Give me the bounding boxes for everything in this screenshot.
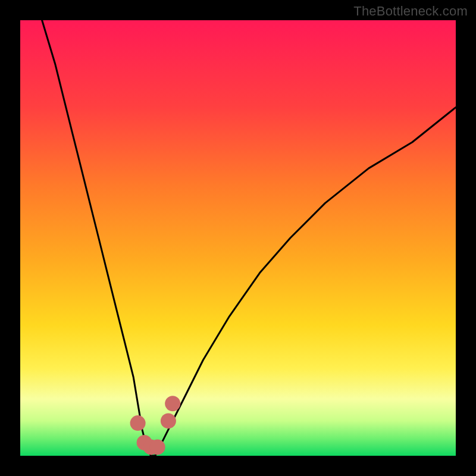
plot-background — [20, 20, 456, 456]
bottleneck-chart — [0, 0, 476, 476]
right-foot-marker — [150, 439, 165, 455]
right-arm-marker — [161, 413, 176, 428]
chart-stage: TheBottleneck.com — [0, 0, 476, 476]
right-arm-marker — [165, 396, 180, 411]
watermark-text: TheBottleneck.com — [353, 4, 468, 19]
left-foot-marker — [130, 415, 146, 431]
